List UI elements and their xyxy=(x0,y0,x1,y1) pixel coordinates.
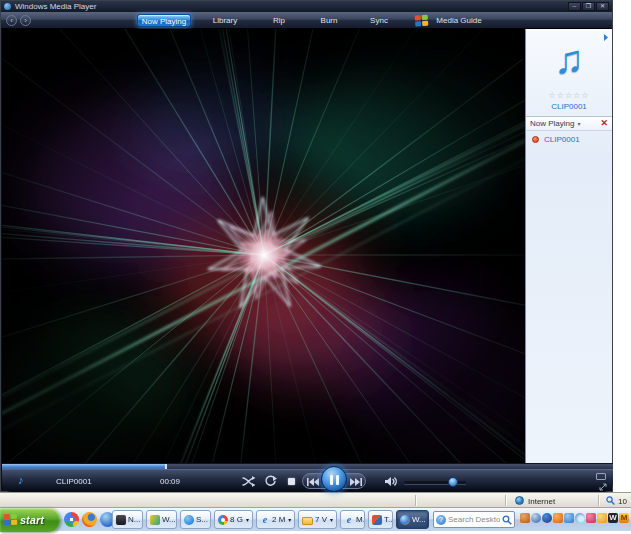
tray-icon[interactable] xyxy=(520,513,530,523)
playback-control-bar: ♪ CLIP0001 00:09 xyxy=(2,469,613,492)
media-player-icon xyxy=(400,515,410,525)
pause-button[interactable] xyxy=(321,466,347,492)
forward-button[interactable]: › xyxy=(20,15,31,26)
tray-icon[interactable]: W xyxy=(608,513,618,523)
taskbar-button-label: M... xyxy=(356,515,365,524)
group-arrow-icon: ▾ xyxy=(330,516,333,523)
taskbar-button-label: W... xyxy=(412,515,426,524)
statusbar-divider xyxy=(415,495,416,506)
tray-icon[interactable] xyxy=(597,513,607,523)
app-icon xyxy=(150,515,160,525)
playlist-item[interactable]: CLIP0001 xyxy=(526,131,612,144)
volume-icon[interactable] xyxy=(384,475,397,488)
rating-stars[interactable]: ☆☆☆☆☆ xyxy=(526,91,612,100)
windows-flag-icon xyxy=(4,514,18,527)
tab-library[interactable]: Library xyxy=(201,14,249,27)
taskbar-button-label: 2 M xyxy=(272,515,285,524)
start-button[interactable]: start xyxy=(0,508,60,532)
taskbar-group-button[interactable]: 7 V▾ xyxy=(298,510,337,529)
taskbar-button[interactable]: N... xyxy=(112,510,143,529)
tab-rip[interactable]: Rip xyxy=(259,14,299,27)
tab-burn[interactable]: Burn xyxy=(307,14,351,27)
tab-media-guide[interactable]: Media Guide xyxy=(433,14,485,27)
internet-zone-label: Internet xyxy=(528,497,555,506)
desktop-search-box: ? xyxy=(433,511,515,528)
fullscreen-icon[interactable] xyxy=(596,473,606,480)
chevron-down-icon[interactable]: ▾ xyxy=(577,120,580,127)
tray-icon[interactable] xyxy=(553,513,563,523)
previous-button[interactable] xyxy=(307,478,319,486)
tab-now-playing[interactable]: Now Playing xyxy=(137,14,191,27)
taskbar-button-label: S... xyxy=(196,515,208,524)
app-icon xyxy=(184,515,194,525)
search-input[interactable] xyxy=(448,515,500,524)
taskbar-button-label: T... xyxy=(384,515,393,524)
now-playing-bullet-icon xyxy=(532,136,539,143)
tray-icon[interactable]: M xyxy=(619,513,629,523)
taskbar-button[interactable]: S... xyxy=(180,510,211,529)
chrome-icon xyxy=(218,515,228,525)
group-arrow-icon: ▾ xyxy=(288,516,291,523)
taskbar-button-active-wmp[interactable]: W... xyxy=(396,510,429,529)
tab-bar: ‹ › Now Playing Library Rip Burn Sync Me… xyxy=(1,12,612,29)
window-title: Windows Media Player xyxy=(15,3,96,11)
elapsed-time: 00:09 xyxy=(160,477,180,486)
search-icon[interactable] xyxy=(502,515,512,525)
minimize-button[interactable]: – xyxy=(568,2,581,11)
taskbar-button[interactable]: T... xyxy=(368,510,393,529)
tab-sync[interactable]: Sync xyxy=(357,14,401,27)
playlist-dropdown[interactable]: Now Playing xyxy=(530,119,574,128)
pause-icon xyxy=(330,475,340,485)
window-controls: – ❐ ✕ xyxy=(568,2,609,11)
statusbar-divider xyxy=(505,495,506,506)
zoom-magnifier-icon[interactable] xyxy=(606,496,615,505)
internet-explorer-icon: e xyxy=(344,515,354,525)
playlist-item-label: CLIP0001 xyxy=(544,135,580,144)
title-bar[interactable]: Windows Media Player – ❐ ✕ xyxy=(1,1,612,12)
chrome-quicklaunch-icon[interactable] xyxy=(64,512,79,527)
taskbar-button-label: 8 G xyxy=(230,515,243,524)
resize-mode-icon[interactable] xyxy=(599,483,607,491)
track-note-icon: ♪ xyxy=(18,474,24,486)
list-pane: ♫ ☆☆☆☆☆ CLIP0001 Now Playing ▾ ✕ CLIP000… xyxy=(525,29,612,463)
visualization-area[interactable] xyxy=(2,29,525,463)
start-label: start xyxy=(20,514,44,526)
playlist-header: Now Playing ▾ ✕ xyxy=(526,116,612,131)
internet-zone-icon xyxy=(515,496,524,505)
browser-status-bar: Internet 10 xyxy=(0,492,631,507)
go-arrow-icon[interactable] xyxy=(597,33,608,42)
firefox-quicklaunch-icon[interactable] xyxy=(82,512,97,527)
visualization-graphic xyxy=(2,29,525,463)
taskbar-button-label: W... xyxy=(162,515,176,524)
taskbar: start N... W... S... 8 G▾ e2 M▾ 7 V▾ eM.… xyxy=(0,507,631,531)
maximize-button[interactable]: ❐ xyxy=(582,2,595,11)
app-icon xyxy=(116,515,126,525)
tray-icon[interactable] xyxy=(564,513,574,523)
close-button[interactable]: ✕ xyxy=(596,2,609,11)
internet-explorer-icon: e xyxy=(260,515,270,525)
tray-icon[interactable] xyxy=(531,513,541,523)
windows-logo-icon xyxy=(415,15,430,28)
next-button[interactable] xyxy=(350,478,362,486)
taskbar-group-button[interactable]: e2 M▾ xyxy=(256,510,295,529)
folder-icon xyxy=(302,517,313,525)
album-title[interactable]: CLIP0001 xyxy=(526,102,612,111)
stop-button[interactable] xyxy=(288,478,295,485)
system-tray: W M N xyxy=(520,513,631,523)
statusbar-divider xyxy=(598,495,599,506)
taskbar-button[interactable]: W... xyxy=(146,510,177,529)
taskbar-button-label: 7 V xyxy=(315,515,327,524)
tray-icon[interactable] xyxy=(586,513,596,523)
volume-knob[interactable] xyxy=(448,477,458,487)
taskbar-button[interactable]: eM... xyxy=(340,510,365,529)
close-list-icon[interactable]: ✕ xyxy=(600,119,608,128)
tray-icon[interactable] xyxy=(542,513,552,523)
help-badge-icon: ? xyxy=(436,515,446,525)
back-button[interactable]: ‹ xyxy=(6,15,17,26)
media-player-window: Windows Media Player – ❐ ✕ ‹ › Now Playi… xyxy=(0,0,613,492)
track-title: CLIP0001 xyxy=(56,477,92,486)
shuffle-button[interactable] xyxy=(242,475,255,488)
tray-icon[interactable] xyxy=(575,513,585,523)
taskbar-group-button[interactable]: 8 G▾ xyxy=(214,510,253,529)
repeat-button[interactable] xyxy=(264,475,277,488)
